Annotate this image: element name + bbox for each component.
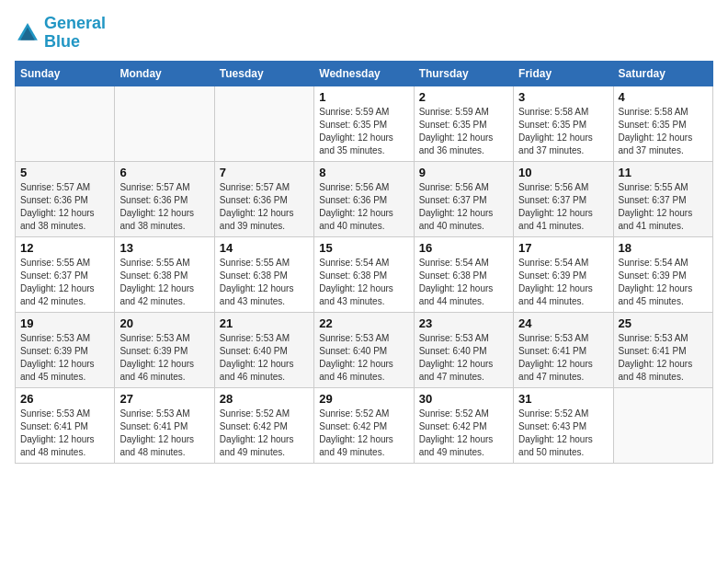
day-detail: Sunrise: 5:55 AM Sunset: 6:38 PM Dayligh… [119, 257, 209, 308]
calendar-cell: 23Sunrise: 5:53 AM Sunset: 6:40 PM Dayli… [414, 312, 513, 387]
page-header: General Blue [15, 15, 713, 52]
calendar-cell: 13Sunrise: 5:55 AM Sunset: 6:38 PM Dayli… [115, 236, 214, 312]
day-detail: Sunrise: 5:52 AM Sunset: 6:42 PM Dayligh… [220, 408, 309, 459]
calendar-week-5: 26Sunrise: 5:53 AM Sunset: 6:41 PM Dayli… [16, 387, 713, 463]
day-number: 16 [419, 241, 508, 255]
day-detail: Sunrise: 5:59 AM Sunset: 6:35 PM Dayligh… [319, 106, 408, 157]
calendar-cell: 8Sunrise: 5:56 AM Sunset: 6:36 PM Daylig… [314, 161, 414, 236]
day-number: 17 [518, 241, 608, 255]
calendar-cell: 17Sunrise: 5:54 AM Sunset: 6:39 PM Dayli… [514, 236, 613, 312]
day-detail: Sunrise: 5:54 AM Sunset: 6:39 PM Dayligh… [619, 257, 708, 308]
day-detail: Sunrise: 5:53 AM Sunset: 6:39 PM Dayligh… [119, 332, 209, 384]
day-number: 19 [20, 316, 109, 330]
day-detail: Sunrise: 5:55 AM Sunset: 6:37 PM Dayligh… [619, 181, 708, 233]
day-detail: Sunrise: 5:52 AM Sunset: 6:42 PM Dayligh… [419, 408, 508, 459]
day-number: 6 [119, 166, 209, 179]
calendar-cell: 24Sunrise: 5:53 AM Sunset: 6:41 PM Dayli… [514, 312, 613, 387]
day-number: 21 [220, 316, 309, 330]
day-detail: Sunrise: 5:53 AM Sunset: 6:41 PM Dayligh… [518, 332, 608, 384]
calendar-week-3: 12Sunrise: 5:55 AM Sunset: 6:37 PM Dayli… [16, 236, 713, 312]
logo-text: General Blue [44, 15, 106, 52]
day-number: 10 [518, 166, 608, 179]
day-number: 24 [518, 316, 608, 330]
calendar-cell: 12Sunrise: 5:55 AM Sunset: 6:37 PM Dayli… [16, 236, 115, 312]
day-detail: Sunrise: 5:54 AM Sunset: 6:39 PM Dayligh… [518, 257, 608, 308]
day-number: 25 [619, 316, 708, 330]
day-number: 13 [119, 241, 209, 255]
day-number: 7 [220, 166, 309, 179]
day-number: 3 [518, 90, 608, 104]
calendar-cell: 19Sunrise: 5:53 AM Sunset: 6:39 PM Dayli… [16, 312, 115, 387]
day-number: 12 [20, 241, 109, 255]
calendar-cell: 25Sunrise: 5:53 AM Sunset: 6:41 PM Dayli… [613, 312, 712, 387]
calendar-cell: 31Sunrise: 5:52 AM Sunset: 6:43 PM Dayli… [514, 387, 613, 463]
calendar-cell: 26Sunrise: 5:53 AM Sunset: 6:41 PM Dayli… [16, 387, 115, 463]
weekday-header-monday: Monday [115, 61, 214, 86]
day-number: 11 [619, 166, 708, 179]
calendar-cell: 1Sunrise: 5:59 AM Sunset: 6:35 PM Daylig… [314, 86, 414, 161]
day-detail: Sunrise: 5:57 AM Sunset: 6:36 PM Dayligh… [220, 181, 309, 233]
day-number: 31 [518, 392, 608, 406]
calendar-week-2: 5Sunrise: 5:57 AM Sunset: 6:36 PM Daylig… [16, 161, 713, 236]
day-detail: Sunrise: 5:58 AM Sunset: 6:35 PM Dayligh… [518, 106, 608, 157]
calendar-cell: 2Sunrise: 5:59 AM Sunset: 6:35 PM Daylig… [414, 86, 513, 161]
calendar-cell: 9Sunrise: 5:56 AM Sunset: 6:37 PM Daylig… [414, 161, 513, 236]
day-detail: Sunrise: 5:58 AM Sunset: 6:35 PM Dayligh… [619, 106, 708, 157]
logo: General Blue [15, 15, 106, 52]
day-detail: Sunrise: 5:56 AM Sunset: 6:37 PM Dayligh… [518, 181, 608, 233]
day-detail: Sunrise: 5:53 AM Sunset: 6:41 PM Dayligh… [20, 408, 109, 459]
calendar-cell: 21Sunrise: 5:53 AM Sunset: 6:40 PM Dayli… [214, 312, 313, 387]
day-detail: Sunrise: 5:57 AM Sunset: 6:36 PM Dayligh… [119, 181, 209, 233]
calendar-cell: 10Sunrise: 5:56 AM Sunset: 6:37 PM Dayli… [514, 161, 613, 236]
calendar-cell: 14Sunrise: 5:55 AM Sunset: 6:38 PM Dayli… [214, 236, 313, 312]
day-detail: Sunrise: 5:55 AM Sunset: 6:37 PM Dayligh… [20, 257, 109, 308]
calendar-cell: 6Sunrise: 5:57 AM Sunset: 6:36 PM Daylig… [115, 161, 214, 236]
day-number: 20 [119, 316, 209, 330]
logo-icon [15, 20, 40, 46]
weekday-header-thursday: Thursday [414, 61, 513, 86]
day-detail: Sunrise: 5:54 AM Sunset: 6:38 PM Dayligh… [319, 257, 408, 308]
calendar-cell: 29Sunrise: 5:52 AM Sunset: 6:42 PM Dayli… [314, 387, 414, 463]
calendar-cell: 15Sunrise: 5:54 AM Sunset: 6:38 PM Dayli… [314, 236, 414, 312]
day-number: 30 [419, 392, 508, 406]
calendar-week-1: 1Sunrise: 5:59 AM Sunset: 6:35 PM Daylig… [16, 86, 713, 161]
calendar-week-4: 19Sunrise: 5:53 AM Sunset: 6:39 PM Dayli… [16, 312, 713, 387]
calendar-cell: 18Sunrise: 5:54 AM Sunset: 6:39 PM Dayli… [613, 236, 712, 312]
day-number: 28 [220, 392, 309, 406]
day-number: 29 [319, 392, 408, 406]
day-detail: Sunrise: 5:52 AM Sunset: 6:43 PM Dayligh… [518, 408, 608, 459]
weekday-header-wednesday: Wednesday [314, 61, 414, 86]
day-number: 18 [619, 241, 708, 255]
weekday-header-saturday: Saturday [613, 61, 712, 86]
day-number: 2 [419, 90, 508, 104]
day-number: 5 [20, 166, 109, 179]
day-number: 9 [419, 166, 508, 179]
calendar-cell: 20Sunrise: 5:53 AM Sunset: 6:39 PM Dayli… [115, 312, 214, 387]
calendar-cell: 16Sunrise: 5:54 AM Sunset: 6:38 PM Dayli… [414, 236, 513, 312]
day-number: 14 [220, 241, 309, 255]
calendar-cell: 22Sunrise: 5:53 AM Sunset: 6:40 PM Dayli… [314, 312, 414, 387]
calendar-cell [115, 86, 214, 161]
day-number: 1 [319, 90, 408, 104]
day-number: 27 [119, 392, 209, 406]
calendar-cell [613, 387, 712, 463]
calendar-cell: 11Sunrise: 5:55 AM Sunset: 6:37 PM Dayli… [613, 161, 712, 236]
day-detail: Sunrise: 5:56 AM Sunset: 6:37 PM Dayligh… [419, 181, 508, 233]
day-detail: Sunrise: 5:53 AM Sunset: 6:40 PM Dayligh… [220, 332, 309, 384]
day-detail: Sunrise: 5:53 AM Sunset: 6:40 PM Dayligh… [419, 332, 508, 384]
day-detail: Sunrise: 5:59 AM Sunset: 6:35 PM Dayligh… [419, 106, 508, 157]
calendar-cell: 4Sunrise: 5:58 AM Sunset: 6:35 PM Daylig… [613, 86, 712, 161]
day-number: 23 [419, 316, 508, 330]
day-number: 15 [319, 241, 408, 255]
day-number: 4 [619, 90, 708, 104]
calendar-cell [16, 86, 115, 161]
day-detail: Sunrise: 5:53 AM Sunset: 6:39 PM Dayligh… [20, 332, 109, 384]
day-detail: Sunrise: 5:57 AM Sunset: 6:36 PM Dayligh… [20, 181, 109, 233]
day-number: 8 [319, 166, 408, 179]
calendar-cell: 30Sunrise: 5:52 AM Sunset: 6:42 PM Dayli… [414, 387, 513, 463]
day-number: 26 [20, 392, 109, 406]
day-number: 22 [319, 316, 408, 330]
calendar-table: SundayMondayTuesdayWednesdayThursdayFrid… [15, 61, 713, 464]
calendar-cell: 5Sunrise: 5:57 AM Sunset: 6:36 PM Daylig… [16, 161, 115, 236]
day-detail: Sunrise: 5:53 AM Sunset: 6:40 PM Dayligh… [319, 332, 408, 384]
